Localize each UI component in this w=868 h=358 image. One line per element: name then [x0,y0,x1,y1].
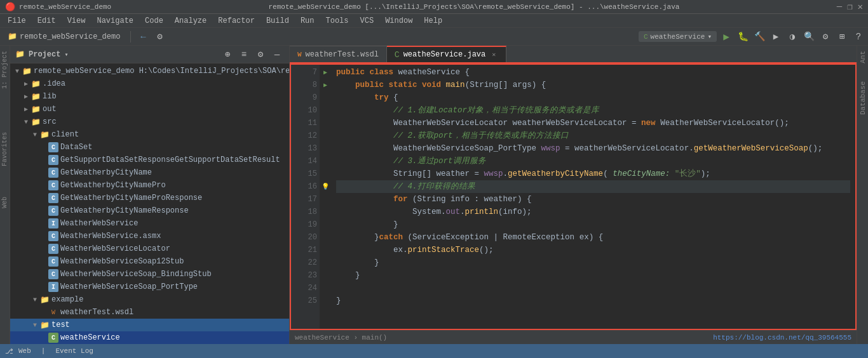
menu-item-run[interactable]: Run [295,15,320,27]
debug-button[interactable]: 🐛 [736,30,750,44]
settings-tree-button[interactable]: ⚙ [254,48,268,62]
close-tab-button[interactable]: ✕ [489,50,498,59]
tree-item-lib[interactable]: ▶📁lib [10,90,289,103]
tree-label: GetSupportDataSetResponseGetSupportDataS… [60,156,280,164]
favorites-sidebar-tab[interactable]: Favorites [1,129,9,169]
menu-item-vcs[interactable]: VCS [355,15,379,27]
title-bar-title: remote_webService_demo [...\IntelliJ_Pro… [111,3,836,11]
menu-item-edit[interactable]: Edit [32,15,61,27]
tree-item-getweatherbycitynamepro[interactable]: CGetWeatherbyCityNamePro [10,179,289,192]
tree-icon: W [48,307,58,317]
back-button[interactable]: ← [136,30,150,44]
gutter-line-25 [320,295,331,307]
minimize-button[interactable]: — [837,1,842,12]
scroll-button[interactable]: ≡ [237,48,251,62]
tree-item-weatheservice[interactable]: CweatheService [10,331,289,344]
menu-item-view[interactable]: View [62,15,91,27]
ant-tab[interactable]: Ant [858,48,868,66]
menu-item-navigate[interactable]: Navigate [92,15,139,27]
tree-item-getweatherbycitynameresponse[interactable]: CGetWeatherbyCityNameResponse [10,204,289,217]
code-line-14: // 3.通过port调用服务 [336,155,850,168]
gutter-line-14 [320,155,331,168]
project-tree: ▼📁remote_webService_demo H:\Codes\Intell… [10,63,289,344]
tree-item-weatherwebservice[interactable]: IWeatherWebService [10,217,289,230]
run-button[interactable]: ▶ [719,30,733,44]
run-config[interactable]: C weatheService ▾ [639,31,717,42]
tab-weatheservice-java[interactable]: C weatheService.java ✕ [387,46,506,62]
tree-item-getweatherbycitynameproresponse[interactable]: CGetWeatherbyCityNameProResponse [10,192,289,204]
menu-item-refactor[interactable]: Refactor [213,15,260,27]
tree-label: weatheService [60,333,120,342]
code-container: 7 8 9 10 11 12 13 14 15 16 17 18 19 20 2… [290,63,857,330]
tree-icon: I [48,218,58,229]
code-line-16: // 4.打印获得的结果 [336,180,850,193]
code-editor[interactable]: public class weatheService { public stat… [331,65,855,329]
project-sidebar-tab[interactable]: 1: Project [1,48,9,91]
tree-icon: 📁 [31,117,41,127]
gutter-line-24 [320,282,331,295]
maximize-button[interactable]: ❐ [847,1,852,12]
menu-item-code[interactable]: Code [140,15,168,27]
tree-item-weatherwebservicesoap12stub[interactable]: CWeatherWebServiceSoap12Stub [10,255,289,268]
event-log-label[interactable]: Event Log [55,347,93,355]
layout-button[interactable]: ⊞ [835,30,849,44]
tree-item-test[interactable]: ▼📁test [10,319,289,331]
tree-item-client[interactable]: ▼📁client [10,128,289,141]
menu-item-build[interactable]: Build [261,15,294,27]
tree-item-weatherwebservicelocator[interactable]: CWeatherWebServiceLocator [10,242,289,255]
hide-panel-button[interactable]: — [270,48,284,62]
search-everywhere[interactable]: 🔍 [802,30,816,44]
tree-item-weatherwebservicesoapporttype[interactable]: IWeatherWebServiceSoap_PortType [10,281,289,293]
tree-arrow [39,181,48,190]
tree-label: GetWeatherbyCityNamePro [60,181,166,190]
tab-weathertest-wsdl[interactable]: W weatherTest.wsdl [290,46,387,62]
tree-item-out[interactable]: ▶📁out [10,103,289,116]
bottom-separator: | [41,347,46,355]
tree-icon: C [48,256,58,267]
coverage-button[interactable]: ▶ [769,30,783,44]
java-tab-label: weatheService.java [403,50,486,59]
tree-arrow: ▼ [22,117,31,126]
tree-item-remotewebservicedemohcodesintellijprojectssoaremote[interactable]: ▼📁remote_webService_demo H:\Codes\Intell… [10,65,289,77]
menu-item-file[interactable]: File [3,15,31,27]
web-sidebar-tab[interactable]: Web [1,194,9,211]
settings-main[interactable]: ⚙ [818,30,832,44]
tree-icon: C [48,180,58,190]
gutter-line-19 [320,218,331,231]
tree-item-dataset[interactable]: CDataSet [10,141,289,154]
build-button[interactable]: 🔨 [752,30,766,44]
status-url[interactable]: https://blog.csdn.net/qq_39564555 [713,334,851,341]
collapse-all-button[interactable]: ⊕ [220,48,234,62]
gutter-line-18 [320,206,331,218]
close-button[interactable]: ✕ [858,1,863,12]
tree-item-weatherwebservicesoapbindingstub[interactable]: CWeatherWebServiceSoap_BindingStub [10,268,289,281]
code-line-25: } [336,295,850,307]
tree-item-getweatherbycityname[interactable]: CGetWeatherbyCityName [10,166,289,179]
database-tab[interactable]: Database [858,79,868,117]
tree-item-idea[interactable]: ▶📁.idea [10,77,289,90]
tree-item-getsupportdatasetresponsegetsupportdatasetresult[interactable]: CGetSupportDataSetResponseGetSupportData… [10,154,289,166]
tree-item-src[interactable]: ▼📁src [10,116,289,128]
gutter-line-8[interactable]: ▶ [320,79,331,91]
profile-button[interactable]: ◑ [785,30,799,44]
tree-item-weathertestwsdl[interactable]: WweatherTest.wsdl [10,306,289,319]
help-button[interactable]: ? [851,30,865,44]
project-panel: 📁 Project ▾ ⊕ ≡ ⚙ — ▼📁remote_webService_… [10,46,290,344]
gutter-line-7[interactable]: ▶ [320,66,331,79]
tree-item-weatherwebserviceasmx[interactable]: CWeatherWebService.asmx [10,230,289,242]
menu-bar: FileEditViewNavigateCodeAnalyzeRefactorB… [0,14,868,28]
menu-item-tools[interactable]: Tools [321,15,354,27]
menu-item-analyze[interactable]: Analyze [170,15,212,27]
tree-label: example [51,295,83,304]
app-icon: 🔴 [5,2,15,12]
gutter: ▶ ▶ 💡 [320,65,331,329]
menu-item-help[interactable]: Help [419,15,447,27]
code-line-15: String[] weather = wwsp.getWeatherbyCity… [336,168,850,180]
settings-button[interactable]: ⚙ [153,30,166,44]
tree-item-example[interactable]: ▼📁example [10,293,289,306]
menu-item-window[interactable]: Window [380,15,417,27]
tree-label: client [51,130,79,139]
editor-tabs: W weatherTest.wsdl C weatheService.java … [290,46,857,63]
tree-arrow [39,194,48,202]
tree-arrow [39,156,48,164]
